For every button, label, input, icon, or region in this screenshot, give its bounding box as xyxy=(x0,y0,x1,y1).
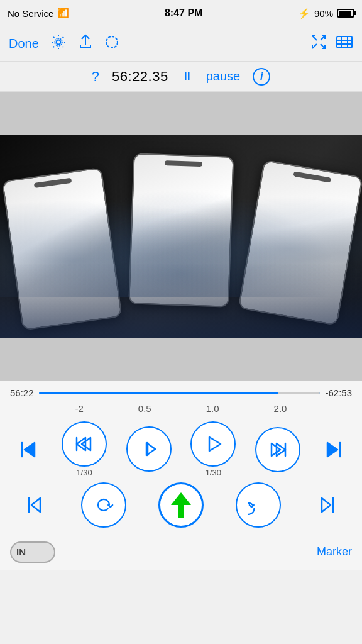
speed-label-05: 0.5 xyxy=(138,403,151,414)
scrubber-section: 56:22 -62:53 -2 0.5 1.0 2.0 xyxy=(0,381,362,416)
controls-row2 xyxy=(0,480,362,533)
remaining-time-label: -62:53 xyxy=(325,387,352,398)
speed-label-10: 1.0 xyxy=(206,403,219,414)
time-display: 8:47 PM xyxy=(165,8,202,19)
svg-marker-9 xyxy=(25,443,35,457)
pause-label[interactable]: pause xyxy=(206,69,241,84)
svg-point-2 xyxy=(106,36,118,48)
speed-label-20: 2.0 xyxy=(274,403,287,414)
step-back-button[interactable] xyxy=(62,421,107,467)
water-effect xyxy=(0,263,362,338)
bottom-bar: IN Marker xyxy=(0,533,362,570)
pause-icon: ⏸ xyxy=(181,69,194,84)
upload-button[interactable] xyxy=(158,482,204,528)
svg-marker-25 xyxy=(322,498,331,512)
svg-marker-15 xyxy=(209,437,221,451)
battery-icon xyxy=(337,9,354,18)
svg-marker-22 xyxy=(31,498,40,512)
skip-in-point-button[interactable] xyxy=(21,491,49,519)
loop-forward-button[interactable] xyxy=(236,482,281,528)
current-time-label: 56:22 xyxy=(10,387,34,398)
grid-button[interactable] xyxy=(336,35,353,53)
video-padding-bottom xyxy=(0,338,362,381)
toolbar: Done xyxy=(0,26,362,62)
settings-button[interactable] xyxy=(50,34,67,54)
expand-icon xyxy=(310,34,327,50)
in-toggle-label: IN xyxy=(16,547,26,557)
skip-start-button[interactable] xyxy=(14,436,42,464)
svg-marker-23 xyxy=(171,492,191,518)
expand-button[interactable] xyxy=(310,34,327,54)
svg-marker-20 xyxy=(327,443,337,457)
skip-end-button[interactable] xyxy=(320,436,348,464)
speed-label-n2: -2 xyxy=(75,403,84,414)
battery-percent: 90% xyxy=(314,8,333,19)
loop-back-button[interactable] xyxy=(81,482,126,528)
carrier-label: No Service xyxy=(8,8,53,19)
video-frame xyxy=(0,135,362,338)
info-bar: ? 56:22.35 ⏸ pause i xyxy=(0,62,362,92)
play-button[interactable] xyxy=(190,421,236,467)
fast-forward-button[interactable] xyxy=(255,427,300,472)
in-toggle[interactable]: IN xyxy=(10,541,55,563)
grid-icon xyxy=(336,35,353,49)
svg-rect-3 xyxy=(337,36,352,48)
spinner-icon xyxy=(104,35,119,50)
status-bar: No Service 📶 8:47 PM ⚡ 90% xyxy=(0,0,362,26)
skip-out-point-button[interactable] xyxy=(313,491,341,519)
marker-button[interactable]: Marker xyxy=(317,545,352,558)
svg-point-0 xyxy=(56,40,60,44)
help-button[interactable]: ? xyxy=(92,69,99,85)
play-sub-label: 1/30 xyxy=(206,468,221,477)
bluetooth-icon: ⚡ xyxy=(298,8,310,19)
wifi-icon: 📶 xyxy=(57,8,69,19)
controls-row1: 1/30 1/30 xyxy=(0,416,362,480)
info-button[interactable]: i xyxy=(253,68,270,86)
gear-icon xyxy=(50,34,67,50)
video-padding-top xyxy=(0,92,362,135)
timecode-display: 56:22.35 xyxy=(112,69,168,85)
share-icon xyxy=(78,34,93,50)
share-button[interactable] xyxy=(78,34,93,54)
speed-labels: -2 0.5 1.0 2.0 xyxy=(10,401,352,416)
step-back-label: 1/30 xyxy=(76,468,92,477)
step-forward-small-button[interactable] xyxy=(126,426,172,472)
done-button[interactable]: Done xyxy=(9,36,39,51)
loading-button[interactable] xyxy=(104,35,119,53)
scrubber-bar[interactable] xyxy=(39,392,321,394)
